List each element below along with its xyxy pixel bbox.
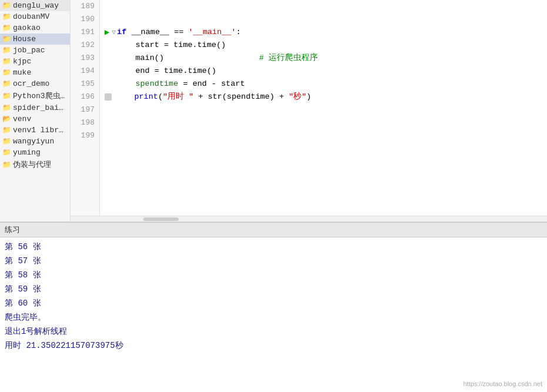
code-text: if __name__ == '__main__': xyxy=(117,26,241,39)
horizontal-scrollbar[interactable] xyxy=(71,216,547,222)
code-line-194: end = time.time() xyxy=(105,65,547,78)
sidebar-item-label: spider_baidutup xyxy=(13,103,68,112)
folder-icon xyxy=(2,92,11,100)
folder-icon xyxy=(2,126,11,135)
code-lines[interactable]: ▶▽if __name__ == '__main__': start = tim… xyxy=(100,0,547,216)
sidebar-item-4[interactable]: job_pac xyxy=(0,45,70,56)
code-line-192: start = time.time() xyxy=(105,39,547,52)
folder-icon xyxy=(2,149,11,157)
sidebar-item-label: yuming xyxy=(13,148,41,157)
panel-line-2: 第 58 张 xyxy=(5,268,542,282)
sidebar-item-11[interactable]: venv1 library ro xyxy=(0,125,70,136)
sidebar-item-5[interactable]: kjpc xyxy=(0,56,70,67)
sidebar-item-label: doubanMV xyxy=(13,12,49,21)
folder-icon xyxy=(2,69,11,77)
panel-line-6: 退出1号解析线程 xyxy=(5,324,542,339)
sidebar-item-label: House xyxy=(13,35,36,43)
line-number-199: 199 xyxy=(71,129,99,142)
panel-line-1: 第 57 张 xyxy=(5,254,542,268)
line-number-192: 192 xyxy=(71,39,99,52)
panel-header: 练习 xyxy=(0,223,547,237)
sidebar-item-label: job_pac xyxy=(13,46,45,55)
code-text: spendtime = end - start xyxy=(116,78,245,91)
sidebar-item-label: muke xyxy=(13,68,31,77)
line-number-193: 193 xyxy=(71,52,99,65)
code-text: main() # 运行爬虫程序 xyxy=(116,52,318,65)
line-number-190: 190 xyxy=(71,13,99,26)
line-number-195: 195 xyxy=(71,78,99,91)
fold-arrow[interactable]: ▽ xyxy=(112,26,116,39)
sidebar-item-label: gaokao xyxy=(13,24,41,32)
sidebar-item-label: kjpc xyxy=(13,57,31,66)
code-line-199 xyxy=(105,129,547,142)
sidebar-item-13[interactable]: yuming xyxy=(0,147,70,158)
sidebar-item-2[interactable]: gaokao xyxy=(0,22,70,33)
code-line-197 xyxy=(105,103,547,116)
sidebar-item-label: wangyiyun xyxy=(13,137,54,146)
line-numbers: 189190191192193194195196197198199 xyxy=(71,0,100,216)
sidebar-item-6[interactable]: muke xyxy=(0,67,70,78)
debug-arrow: ▶ xyxy=(105,26,109,39)
code-container[interactable]: 189190191192193194195196197198199 ▶▽if _… xyxy=(71,0,547,216)
line-number-189: 189 xyxy=(71,0,99,13)
folder-icon xyxy=(2,13,11,21)
folder-icon xyxy=(2,160,11,169)
panel-line-5: 爬虫完毕。 xyxy=(5,310,542,324)
line-number-197: 197 xyxy=(71,103,99,116)
code-line-198 xyxy=(105,116,547,129)
panel-content: 第 56 张第 57 张第 58 张第 59 张第 60 张爬虫完毕。退出1号解… xyxy=(0,237,547,392)
code-text: print("用时 " + str(spendtime) + "秒") xyxy=(115,91,311,103)
code-line-196: print("用时 " + str(spendtime) + "秒") xyxy=(105,91,547,103)
line-number-198: 198 xyxy=(71,116,99,129)
panel-line-7: 用时 21.350221157073975秒 xyxy=(5,339,542,353)
code-line-193: main() # 运行爬虫程序 xyxy=(105,52,547,65)
folder-icon xyxy=(2,2,11,10)
sidebar-item-label: Python3爬虫房 xyxy=(13,91,68,101)
watermark: https://zoutao.blog.csdn.net xyxy=(463,380,542,387)
sidebar-item-12[interactable]: wangyiyun xyxy=(0,136,70,147)
sidebar-item-label: venv1 library ro xyxy=(13,126,68,135)
sidebar-item-14[interactable]: 伪装与代理 xyxy=(0,158,70,171)
folder-icon xyxy=(2,35,11,43)
sidebar-item-0[interactable]: denglu_way xyxy=(0,0,70,11)
folder-icon xyxy=(2,58,11,66)
code-line-191: ▶▽if __name__ == '__main__': xyxy=(105,26,547,39)
sidebar-item-3[interactable]: House xyxy=(0,33,70,45)
panel-line-0: 第 56 张 xyxy=(5,240,542,254)
panel-line-3: 第 59 张 xyxy=(5,282,542,296)
scrollbar-thumb[interactable] xyxy=(143,217,179,221)
line-number-194: 194 xyxy=(71,65,99,78)
folder-icon xyxy=(2,138,11,146)
sidebar-item-9[interactable]: spider_baidutup xyxy=(0,102,70,113)
panel-line-4: 第 60 张 xyxy=(5,296,542,310)
folder-icon xyxy=(2,115,11,123)
main-area: denglu_waydoubanMVgaokaoHousejob_packjpc… xyxy=(0,0,547,222)
code-text: start = time.time() xyxy=(116,39,226,52)
line-number-191: 191 xyxy=(71,26,99,39)
folder-icon xyxy=(2,24,11,32)
sidebar-item-label: 伪装与代理 xyxy=(13,159,51,170)
code-line-190 xyxy=(105,13,547,26)
sidebar: denglu_waydoubanMVgaokaoHousejob_packjpc… xyxy=(0,0,71,222)
line-number-196: 196 xyxy=(71,91,99,103)
folder-icon xyxy=(2,80,11,88)
code-text: end = time.time() xyxy=(116,65,216,78)
sidebar-item-label: venv xyxy=(13,115,31,123)
folder-icon xyxy=(2,46,11,55)
sidebar-item-10[interactable]: venv xyxy=(0,113,70,125)
sidebar-item-label: denglu_way xyxy=(13,1,59,10)
bottom-panel: 练习 第 56 张第 57 张第 58 张第 59 张第 60 张爬虫完毕。退出… xyxy=(0,222,547,392)
code-line-189 xyxy=(105,0,547,13)
editor-area: 189190191192193194195196197198199 ▶▽if _… xyxy=(71,0,547,222)
code-line-195: spendtime = end - start xyxy=(105,78,547,91)
sidebar-item-7[interactable]: ocr_demo xyxy=(0,78,70,89)
sidebar-item-1[interactable]: doubanMV xyxy=(0,11,70,22)
sidebar-item-label: ocr_demo xyxy=(13,79,49,88)
scroll-marker xyxy=(105,93,112,100)
sidebar-item-8[interactable]: Python3爬虫房 xyxy=(0,89,70,102)
folder-icon xyxy=(2,104,11,112)
